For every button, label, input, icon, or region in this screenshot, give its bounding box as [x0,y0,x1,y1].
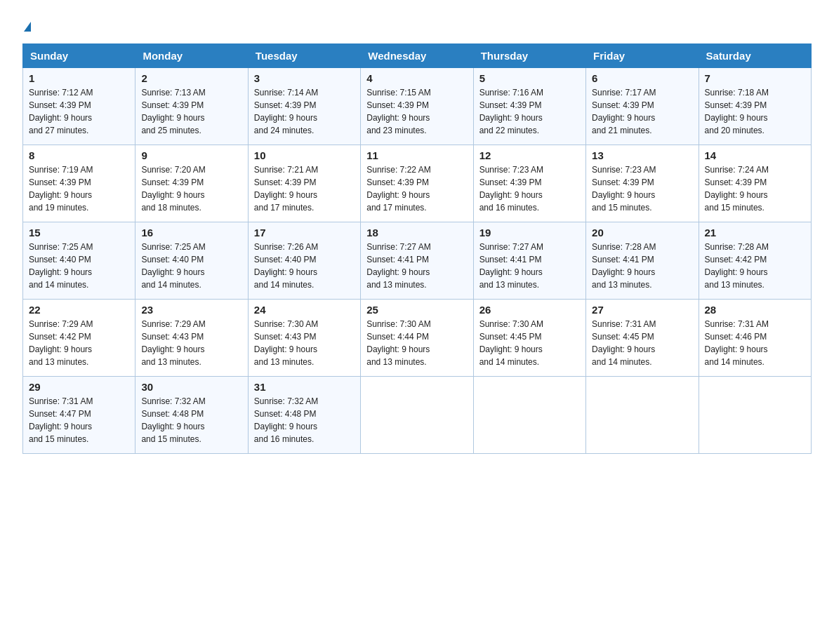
calendar-cell: 13 Sunrise: 7:23 AMSunset: 4:39 PMDaylig… [586,145,699,222]
weekday-header-sunday: Sunday [23,44,135,68]
day-info: Sunrise: 7:12 AMSunset: 4:39 PMDaylight:… [29,88,93,135]
day-number: 28 [705,304,805,316]
day-number: 31 [254,381,355,393]
weekday-header-tuesday: Tuesday [248,44,360,68]
calendar-cell: 29 Sunrise: 7:31 AMSunset: 4:47 PMDaylig… [23,377,135,454]
day-number: 13 [592,149,692,161]
day-number: 10 [254,149,355,161]
day-info: Sunrise: 7:27 AMSunset: 4:41 PMDaylight:… [479,242,543,290]
calendar-cell [586,377,699,454]
day-number: 12 [479,149,580,161]
day-number: 16 [141,227,241,239]
day-info: Sunrise: 7:32 AMSunset: 4:48 PMDaylight:… [254,396,318,444]
day-info: Sunrise: 7:20 AMSunset: 4:39 PMDaylight:… [141,165,205,213]
day-info: Sunrise: 7:31 AMSunset: 4:47 PMDaylight:… [29,396,93,444]
weekday-header-row: SundayMondayTuesdayWednesdayThursdayFrid… [23,44,812,68]
calendar-week-row: 1 Sunrise: 7:12 AMSunset: 4:39 PMDayligh… [23,68,812,145]
day-info: Sunrise: 7:27 AMSunset: 4:41 PMDaylight:… [366,242,430,290]
weekday-header-monday: Monday [135,44,248,68]
calendar-cell: 9 Sunrise: 7:20 AMSunset: 4:39 PMDayligh… [135,145,248,222]
calendar-week-row: 8 Sunrise: 7:19 AMSunset: 4:39 PMDayligh… [23,145,812,222]
calendar-cell: 10 Sunrise: 7:21 AMSunset: 4:39 PMDaylig… [248,145,360,222]
calendar-cell: 28 Sunrise: 7:31 AMSunset: 4:46 PMDaylig… [699,300,811,377]
day-number: 14 [705,149,805,161]
day-info: Sunrise: 7:22 AMSunset: 4:39 PMDaylight:… [366,165,430,213]
day-info: Sunrise: 7:29 AMSunset: 4:43 PMDaylight:… [141,319,205,367]
day-info: Sunrise: 7:23 AMSunset: 4:39 PMDaylight:… [479,165,543,213]
calendar-cell [361,377,473,454]
day-number: 26 [479,304,580,316]
day-number: 19 [479,227,580,239]
day-info: Sunrise: 7:31 AMSunset: 4:45 PMDaylight:… [592,319,656,367]
calendar-cell: 25 Sunrise: 7:30 AMSunset: 4:44 PMDaylig… [361,300,473,377]
day-number: 21 [705,227,805,239]
page-header [22,17,812,32]
logo [22,17,31,32]
calendar-cell: 8 Sunrise: 7:19 AMSunset: 4:39 PMDayligh… [23,145,135,222]
day-number: 3 [254,72,355,84]
calendar-cell: 5 Sunrise: 7:16 AMSunset: 4:39 PMDayligh… [473,68,585,145]
calendar-week-row: 29 Sunrise: 7:31 AMSunset: 4:47 PMDaylig… [23,377,812,454]
day-number: 17 [254,227,355,239]
logo-top-line [22,17,31,32]
calendar-cell: 22 Sunrise: 7:29 AMSunset: 4:42 PMDaylig… [23,300,135,377]
day-info: Sunrise: 7:29 AMSunset: 4:42 PMDaylight:… [29,319,93,367]
day-number: 2 [141,72,241,84]
calendar-cell: 2 Sunrise: 7:13 AMSunset: 4:39 PMDayligh… [135,68,248,145]
day-info: Sunrise: 7:18 AMSunset: 4:39 PMDaylight:… [705,88,769,135]
day-info: Sunrise: 7:25 AMSunset: 4:40 PMDaylight:… [141,242,205,290]
calendar-cell: 19 Sunrise: 7:27 AMSunset: 4:41 PMDaylig… [473,222,585,300]
day-info: Sunrise: 7:24 AMSunset: 4:39 PMDaylight:… [705,165,769,213]
weekday-header-wednesday: Wednesday [361,44,473,68]
day-info: Sunrise: 7:21 AMSunset: 4:39 PMDaylight:… [254,165,318,213]
day-info: Sunrise: 7:14 AMSunset: 4:39 PMDaylight:… [254,88,318,135]
day-number: 25 [366,304,467,316]
day-info: Sunrise: 7:26 AMSunset: 4:40 PMDaylight:… [254,242,318,290]
calendar-cell: 7 Sunrise: 7:18 AMSunset: 4:39 PMDayligh… [699,68,811,145]
weekday-header-saturday: Saturday [699,44,811,68]
calendar-table: SundayMondayTuesdayWednesdayThursdayFrid… [22,43,812,454]
day-number: 1 [29,72,129,84]
day-info: Sunrise: 7:23 AMSunset: 4:39 PMDaylight:… [592,165,656,213]
logo-triangle-icon [24,22,31,32]
calendar-cell: 3 Sunrise: 7:14 AMSunset: 4:39 PMDayligh… [248,68,360,145]
day-number: 27 [592,304,692,316]
calendar-cell: 27 Sunrise: 7:31 AMSunset: 4:45 PMDaylig… [586,300,699,377]
calendar-cell: 12 Sunrise: 7:23 AMSunset: 4:39 PMDaylig… [473,145,585,222]
calendar-cell: 24 Sunrise: 7:30 AMSunset: 4:43 PMDaylig… [248,300,360,377]
calendar-cell: 11 Sunrise: 7:22 AMSunset: 4:39 PMDaylig… [361,145,473,222]
day-info: Sunrise: 7:30 AMSunset: 4:43 PMDaylight:… [254,319,318,367]
day-info: Sunrise: 7:17 AMSunset: 4:39 PMDaylight:… [592,88,656,135]
day-info: Sunrise: 7:28 AMSunset: 4:41 PMDaylight:… [592,242,656,290]
day-number: 11 [366,149,467,161]
calendar-cell: 4 Sunrise: 7:15 AMSunset: 4:39 PMDayligh… [361,68,473,145]
calendar-cell: 16 Sunrise: 7:25 AMSunset: 4:40 PMDaylig… [135,222,248,300]
calendar-week-row: 15 Sunrise: 7:25 AMSunset: 4:40 PMDaylig… [23,222,812,300]
day-info: Sunrise: 7:31 AMSunset: 4:46 PMDaylight:… [705,319,769,367]
day-number: 24 [254,304,355,316]
day-number: 15 [29,227,129,239]
day-info: Sunrise: 7:16 AMSunset: 4:39 PMDaylight:… [479,88,543,135]
day-number: 30 [141,381,241,393]
weekday-header-friday: Friday [586,44,699,68]
day-info: Sunrise: 7:30 AMSunset: 4:44 PMDaylight:… [366,319,430,367]
calendar-cell: 15 Sunrise: 7:25 AMSunset: 4:40 PMDaylig… [23,222,135,300]
day-number: 6 [592,72,692,84]
day-number: 9 [141,149,241,161]
day-number: 22 [29,304,129,316]
calendar-cell: 26 Sunrise: 7:30 AMSunset: 4:45 PMDaylig… [473,300,585,377]
day-number: 8 [29,149,129,161]
day-number: 18 [366,227,467,239]
day-number: 20 [592,227,692,239]
day-info: Sunrise: 7:30 AMSunset: 4:45 PMDaylight:… [479,319,543,367]
calendar-cell: 17 Sunrise: 7:26 AMSunset: 4:40 PMDaylig… [248,222,360,300]
calendar-cell: 20 Sunrise: 7:28 AMSunset: 4:41 PMDaylig… [586,222,699,300]
day-number: 29 [29,381,129,393]
calendar-cell: 6 Sunrise: 7:17 AMSunset: 4:39 PMDayligh… [586,68,699,145]
calendar-cell: 23 Sunrise: 7:29 AMSunset: 4:43 PMDaylig… [135,300,248,377]
calendar-cell: 31 Sunrise: 7:32 AMSunset: 4:48 PMDaylig… [248,377,360,454]
day-info: Sunrise: 7:19 AMSunset: 4:39 PMDaylight:… [29,165,93,213]
calendar-cell [699,377,811,454]
day-number: 7 [705,72,805,84]
day-number: 5 [479,72,580,84]
